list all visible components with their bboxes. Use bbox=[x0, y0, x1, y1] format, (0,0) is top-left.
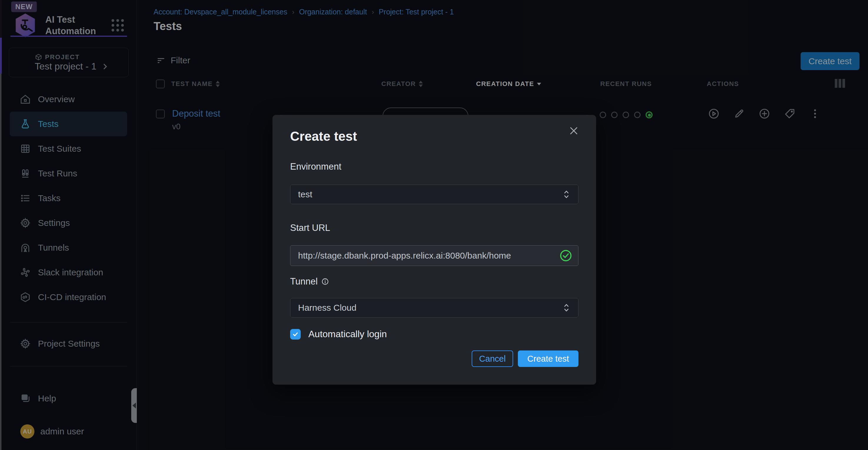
modal-title: Create test bbox=[290, 129, 357, 144]
modal-create-test-button[interactable]: Create test bbox=[518, 350, 579, 367]
tunnel-label: Tunnel bbox=[290, 276, 329, 287]
info-icon[interactable] bbox=[321, 278, 329, 285]
checked-checkbox-icon[interactable] bbox=[290, 329, 301, 340]
create-test-modal: Create test Environment test Start URL T… bbox=[273, 115, 596, 385]
environment-select[interactable]: test bbox=[290, 185, 579, 204]
tunnel-value: Harness Cloud bbox=[298, 303, 356, 313]
auto-login-label: Automatically login bbox=[308, 329, 387, 340]
close-icon[interactable] bbox=[568, 125, 579, 136]
environment-value: test bbox=[298, 189, 312, 199]
start-url-label: Start URL bbox=[290, 223, 330, 233]
select-chevrons-icon bbox=[562, 189, 570, 199]
start-url-field bbox=[290, 245, 579, 266]
cancel-button[interactable]: Cancel bbox=[472, 350, 513, 367]
select-chevrons-icon bbox=[562, 303, 570, 313]
auto-login-toggle[interactable]: Automatically login bbox=[290, 329, 387, 340]
start-url-input[interactable] bbox=[298, 251, 559, 261]
modal-footer: Cancel Create test bbox=[472, 350, 579, 367]
environment-label: Environment bbox=[290, 161, 341, 172]
valid-check-icon bbox=[559, 249, 572, 262]
tunnel-select[interactable]: Harness Cloud bbox=[290, 298, 579, 317]
